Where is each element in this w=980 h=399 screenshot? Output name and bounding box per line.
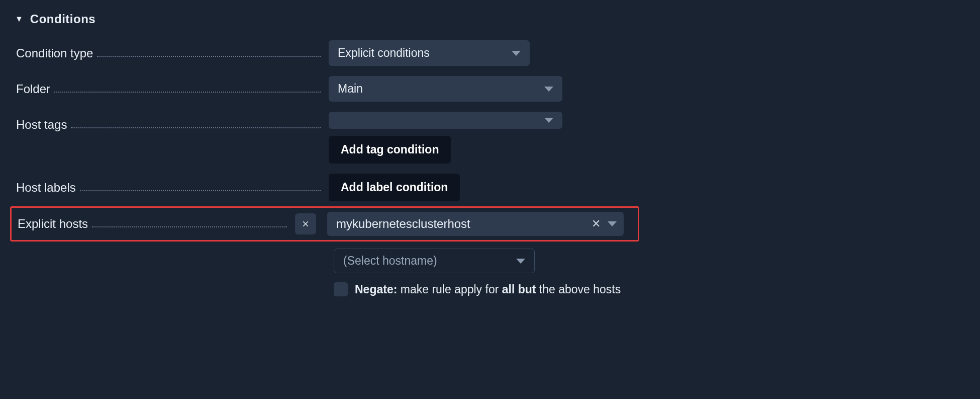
dotted-leader <box>80 190 321 191</box>
hostname-placeholder: (Select hostname) <box>343 254 437 268</box>
chevron-down-icon <box>544 118 553 123</box>
remove-condition-button[interactable] <box>295 213 316 234</box>
section-title: Conditions <box>30 12 95 26</box>
dotted-leader <box>97 56 321 57</box>
negate-desc-suffix: the above hosts <box>536 283 621 296</box>
negate-desc-prefix: make rule apply for <box>397 283 502 296</box>
value-wrap: Explicit conditions <box>329 40 968 66</box>
label-condition-type: Condition type <box>16 46 97 60</box>
chevron-down-icon <box>512 51 521 56</box>
label-wrap: Explicit hosts <box>14 217 295 231</box>
button-label: Add label condition <box>341 181 448 194</box>
value-wrap: Add label condition <box>329 174 968 201</box>
negate-desc-bold: all but <box>502 283 536 296</box>
button-label: Add tag condition <box>341 143 439 156</box>
select-value: Main <box>338 82 363 96</box>
label-host-tags: Host tags <box>16 118 71 132</box>
row-explicit-hosts: Explicit hosts mykubernetesclusterhost ✕ <box>10 206 639 242</box>
negate-label: Negate: <box>355 283 397 296</box>
negate-checkbox[interactable] <box>334 282 348 296</box>
row-host-tags: Host tags Add tag condition <box>12 107 968 169</box>
value-wrap: Main <box>329 76 968 102</box>
label-explicit-hosts: Explicit hosts <box>18 217 92 231</box>
close-icon <box>301 219 310 228</box>
row-folder: Folder Main <box>12 71 968 107</box>
select-value: Explicit conditions <box>338 46 430 60</box>
chevron-down-icon <box>544 87 553 92</box>
condition-type-select[interactable]: Explicit conditions <box>329 40 530 66</box>
host-tags-select[interactable] <box>329 112 562 129</box>
chevron-down-icon <box>516 259 525 264</box>
explicit-hosts-extras: (Select hostname) Negate: make rule appl… <box>334 249 968 296</box>
folder-select[interactable]: Main <box>329 76 562 102</box>
negate-text: Negate: make rule apply for all but the … <box>355 283 621 296</box>
add-label-condition-button[interactable]: Add label condition <box>329 174 460 201</box>
label-wrap: Host labels <box>12 181 329 195</box>
row-host-labels: Host labels Add label condition <box>12 169 968 206</box>
remove-host-icon[interactable]: ✕ <box>592 217 601 230</box>
label-wrap: Folder <box>12 82 329 96</box>
dotted-leader <box>92 226 287 227</box>
collapse-icon: ▼ <box>15 15 23 24</box>
negate-row: Negate: make rule apply for all but the … <box>334 282 621 296</box>
label-host-labels: Host labels <box>16 181 80 195</box>
row-condition-type: Condition type Explicit conditions <box>12 35 968 71</box>
hostname-add-select[interactable]: (Select hostname) <box>334 249 535 273</box>
conditions-panel: ▼ Conditions Condition type Explicit con… <box>5 5 975 306</box>
value-wrap: Add tag condition <box>329 112 968 164</box>
label-folder: Folder <box>16 82 54 96</box>
host-chip-value: mykubernetesclusterhost <box>336 217 470 231</box>
label-wrap: Condition type <box>12 46 329 60</box>
section-header[interactable]: ▼ Conditions <box>12 9 968 35</box>
dotted-leader <box>54 92 321 93</box>
chevron-down-icon[interactable] <box>608 221 617 226</box>
chip-actions: ✕ <box>592 217 617 230</box>
label-wrap: Host tags <box>12 112 329 132</box>
dotted-leader <box>71 127 321 128</box>
host-chip[interactable]: mykubernetesclusterhost ✕ <box>327 212 624 236</box>
add-tag-condition-button[interactable]: Add tag condition <box>329 136 451 164</box>
